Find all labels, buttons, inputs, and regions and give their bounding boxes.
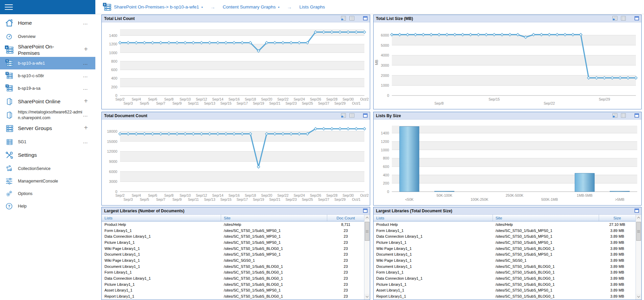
- data-grid-icon[interactable]: [349, 16, 355, 21]
- table-row[interactable]: Document Library1_1/sites/SC_STS0_1/SubS…: [102, 251, 364, 257]
- chart-info-icon[interactable]: !: [341, 16, 346, 21]
- table-row[interactable]: Product Help/sites/Help8,711: [102, 221, 364, 228]
- sidebar-item-sharepoint-online[interactable]: SharePoint Online+: [0, 94, 95, 109]
- svg-text:3000: 3000: [109, 179, 117, 184]
- breadcrumb-arrow-icon: →: [287, 4, 292, 10]
- sidebar-item-https-metalogixsoftware622-admin-sharepo[interactable]: https://metalogixsoftware622-admin.share…: [0, 109, 95, 121]
- svg-text:Sep/13: Sep/13: [204, 197, 215, 201]
- sidebar-item-managementconsole[interactable]: ManagementConsole: [0, 175, 95, 187]
- sidebar-item-overview[interactable]: Overview: [0, 30, 95, 43]
- table-row[interactable]: Wiki Page Library1_1/sites/SC_STS0_1/Sub…: [102, 245, 364, 252]
- data-grid-icon[interactable]: [621, 113, 626, 118]
- chart-info-icon[interactable]: !: [341, 113, 346, 118]
- site-cell: /sites/SC_STS0_1/SubS_MPS0_1: [221, 234, 327, 238]
- data-grid-icon[interactable]: [349, 113, 355, 118]
- vertical-scrollbar[interactable]: [636, 215, 641, 300]
- sidebar-item-home[interactable]: Home...: [0, 16, 95, 30]
- table-row[interactable]: Form Library1_1/sites/SC_STS0_1/SubS_BLO…: [374, 270, 636, 276]
- scrollbar-thumb[interactable]: [365, 222, 369, 241]
- maximize-icon[interactable]: [363, 16, 368, 21]
- item-menu-ellipsis[interactable]: ...: [83, 61, 88, 65]
- sidebar-item-options[interactable]: Options: [0, 187, 95, 200]
- table-row[interactable]: Picture Library1_1/sites/SC_STS0_1/SubS_…: [374, 281, 636, 287]
- item-menu-ellipsis[interactable]: ...: [83, 140, 88, 144]
- sidebar-item-settings[interactable]: Settings: [0, 148, 95, 162]
- sidebar-nav: Home...OverviewSSharePoint On-Premises+S…: [0, 14, 95, 212]
- svg-text:Sep/20: Sep/20: [261, 193, 272, 197]
- maximize-icon[interactable]: [363, 209, 368, 213]
- sidebar-item-sharepoint-on-premises[interactable]: SSharePoint On-Premises+: [0, 43, 95, 57]
- item-menu-ellipsis[interactable]: ...: [83, 21, 88, 25]
- column-header-lists[interactable]: Lists: [374, 215, 493, 221]
- svg-text:200: 200: [383, 181, 389, 185]
- svg-text:S: S: [6, 60, 8, 62]
- table-row[interactable]: Form Library1_1/sites/SC_STS0_1/SubS_BLO…: [102, 270, 364, 276]
- lists-by-size-chart: 0200400600800100012001400<50K50K-100K100…: [374, 120, 641, 205]
- svg-text:5000: 5000: [381, 43, 389, 47]
- settings-icon: [4, 151, 14, 159]
- chart-info-icon[interactable]: !: [612, 16, 618, 21]
- sidebar-item-b-sp10-a-wfe1[interactable]: Sb-sp10-a-wfe1...: [0, 57, 95, 69]
- add-button[interactable]: +: [84, 97, 88, 105]
- table-row[interactable]: Report Library1_1/sites/SC_STS0_1/SubS_B…: [374, 293, 636, 299]
- value-cell: 8,711: [327, 222, 364, 227]
- table-row[interactable]: Picture Library1_1/sites/SC_STS0_1/SubS_…: [102, 239, 364, 245]
- table-row[interactable]: Form Library1_1/sites/SC_STS0_1/SubS_MPS…: [374, 228, 636, 234]
- table-row[interactable]: Wiki Page Library1_1/sites/SC_SGS0_13.89…: [374, 257, 636, 263]
- table-row[interactable]: Data Connection Library1_1/sites/SC_STS0…: [102, 233, 364, 239]
- item-menu-ellipsis[interactable]: ...: [83, 113, 88, 117]
- maximize-icon[interactable]: [635, 113, 640, 118]
- table-row[interactable]: Picture Library1_1/sites/SC_STS0_1/SubS_…: [374, 239, 636, 245]
- column-header-doc-count[interactable]: Doc Count: [327, 215, 364, 221]
- maximize-icon[interactable]: [635, 209, 640, 213]
- scrollbar-thumb[interactable]: [636, 222, 641, 241]
- sidebar-item-server-groups[interactable]: Server Groups+: [0, 121, 95, 135]
- table-row[interactable]: Data Connection Library1_1/sites/SC_STS0…: [374, 233, 636, 239]
- column-header-site[interactable]: Site: [493, 215, 599, 221]
- scroll-down-button[interactable]: [364, 294, 370, 299]
- table-row[interactable]: Wiki Page Library1_1/sites/SC_STS0_1/Sub…: [374, 245, 636, 252]
- sidebar-item-sg1[interactable]: SG1...: [0, 135, 95, 148]
- site-cell: /sites/SC_STS0_1/SubS_BLOG0_1: [493, 282, 599, 286]
- table-row[interactable]: Asset Library1_1/sites/SC_STS0_1/SubS_MP…: [374, 287, 636, 294]
- vertical-scrollbar[interactable]: [364, 215, 370, 300]
- sidebar-item-b-sp10-c-s08r[interactable]: Sb-sp10-c-s08r...: [0, 69, 95, 82]
- maximize-icon[interactable]: [363, 113, 368, 118]
- breadcrumb-item[interactable]: SSharePoint On-Premises-> b-sp10-a-wfe1▾: [103, 3, 203, 12]
- scroll-up-button[interactable]: [636, 215, 641, 220]
- column-header-site[interactable]: Site: [221, 215, 327, 221]
- sidebar-item-help[interactable]: ?Help: [0, 200, 95, 212]
- column-header-lists[interactable]: Lists: [102, 215, 221, 221]
- data-grid-icon[interactable]: [621, 16, 626, 21]
- sidebar-item-label: Settings: [18, 152, 37, 158]
- table-row[interactable]: Asset Library1_1/sites/SC_STS0_1/SubS_MP…: [102, 287, 364, 294]
- site-cell: /sites/SC_SGS0_1: [221, 258, 327, 262]
- item-menu-ellipsis[interactable]: ...: [83, 86, 88, 90]
- scroll-down-button[interactable]: [636, 294, 641, 299]
- breadcrumb-item[interactable]: Content Summary Graphs▾: [223, 4, 280, 9]
- table-row[interactable]: Data Connection Library1_1/sites/SC_STS0…: [102, 275, 364, 281]
- table-row[interactable]: Product Help/sites/Help27.10 MB: [374, 221, 636, 228]
- item-menu-ellipsis[interactable]: ...: [83, 74, 88, 78]
- svg-text:!: !: [614, 115, 614, 118]
- table-row[interactable]: Document Library1_1/sites/SC_STS0_1/SubS…: [374, 251, 636, 257]
- sidebar-item-b-sp19-a-sa[interactable]: Sb-sp19-a-sa...: [0, 82, 95, 94]
- maximize-icon[interactable]: [635, 16, 640, 21]
- column-header-size[interactable]: Size: [599, 215, 636, 221]
- svg-text:S: S: [6, 46, 7, 49]
- scroll-up-button[interactable]: [364, 215, 370, 220]
- sidebar-item-collectionservice[interactable]: CollectionService: [0, 162, 95, 175]
- table-row[interactable]: Picture Library1_1/sites/SC_STS0_1/SubS_…: [102, 281, 364, 287]
- chart-info-icon[interactable]: !: [612, 113, 618, 118]
- table-row[interactable]: Document Library1_1/sites/SC_STS0_1/SubS…: [102, 263, 364, 270]
- breadcrumb-item[interactable]: Lists Graphs: [300, 4, 325, 9]
- table-row[interactable]: Form Library1_1/sites/SC_STS0_1/SubS_MPS…: [102, 228, 364, 234]
- menu-icon[interactable]: [5, 4, 13, 10]
- table-row[interactable]: Data Connection Library1_1/sites/SC_STS0…: [374, 275, 636, 281]
- add-button[interactable]: +: [84, 124, 88, 132]
- table-row[interactable]: Document Library1_1/sites/SC_STS0_1/SubS…: [374, 263, 636, 270]
- add-button[interactable]: +: [84, 45, 88, 53]
- table-row[interactable]: Wiki Page Library1_1/sites/SC_SGS0_123: [102, 257, 364, 263]
- svg-text:50K-100K: 50K-100K: [436, 193, 452, 197]
- table-row[interactable]: Report Library1_1/sites/SC_STS0_1/SubS_B…: [102, 293, 364, 299]
